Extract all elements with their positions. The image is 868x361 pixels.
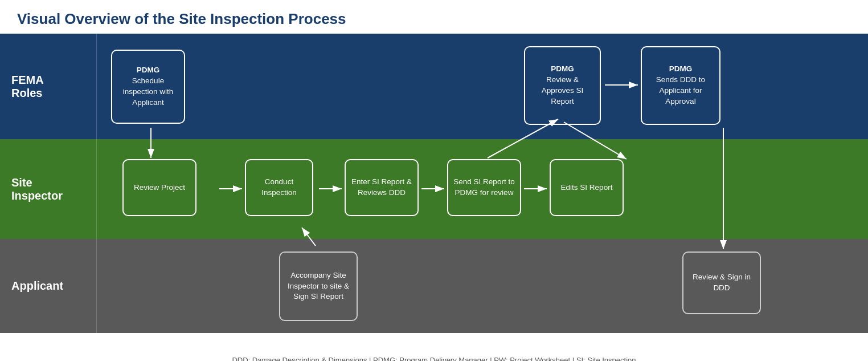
accompany-body: Accompany Site Inspector to site & Sign … bbox=[285, 270, 352, 303]
pdmg-sends-body: Sends DDD to Applicant for Approval bbox=[646, 75, 715, 107]
edits-si-report-body: Edits SI Report bbox=[561, 182, 613, 193]
enter-si-report-body: Enter SI Report & Reviews DDD bbox=[350, 177, 413, 198]
page-title: Visual Overview of the Site Inspection P… bbox=[0, 0, 868, 34]
pdmg-review-box: PDMG Review & Approves SI Report bbox=[524, 46, 601, 125]
pdmg-sends-box: PDMG Sends DDD to Applicant for Approval bbox=[641, 46, 720, 125]
conduct-inspection-body: Conduct Inspection bbox=[251, 177, 308, 198]
site-label: SiteInspector bbox=[0, 139, 97, 239]
footer: DDD: Damage Description & Dimensions | P… bbox=[0, 350, 868, 361]
fema-label: FEMARoles bbox=[0, 34, 97, 139]
review-project-body: Review Project bbox=[134, 182, 185, 193]
send-si-report-body: Send SI Report to PDMG for review bbox=[453, 177, 515, 198]
review-sign-ddd-box: Review & Sign in DDD bbox=[682, 252, 761, 314]
pdmg-review-title: PDMG bbox=[551, 64, 574, 75]
diagram-area: FEMARoles SiteInspector Applicant bbox=[0, 34, 868, 350]
main-container: Visual Overview of the Site Inspection P… bbox=[0, 0, 868, 361]
review-sign-ddd-body: Review & Sign in DDD bbox=[688, 272, 755, 294]
conduct-inspection-box: Conduct Inspection bbox=[245, 159, 313, 216]
pdmg-schedule-title: PDMG bbox=[137, 65, 160, 76]
applicant-label: Applicant bbox=[0, 239, 97, 333]
review-project-box: Review Project bbox=[122, 159, 196, 216]
send-si-report-box: Send SI Report to PDMG for review bbox=[447, 159, 521, 216]
pdmg-schedule-body: Schedule inspection with Applicant bbox=[117, 76, 179, 108]
pdmg-sends-title: PDMG bbox=[669, 64, 693, 75]
accompany-box: Accompany Site Inspector to site & Sign … bbox=[279, 252, 358, 321]
fema-body bbox=[97, 34, 868, 139]
pdmg-schedule-box: PDMG Schedule inspection with Applicant bbox=[111, 50, 185, 124]
edits-si-report-box: Edits SI Report bbox=[550, 159, 624, 216]
enter-si-report-box: Enter SI Report & Reviews DDD bbox=[345, 159, 419, 216]
pdmg-review-body: Review & Approves SI Report bbox=[530, 75, 595, 107]
